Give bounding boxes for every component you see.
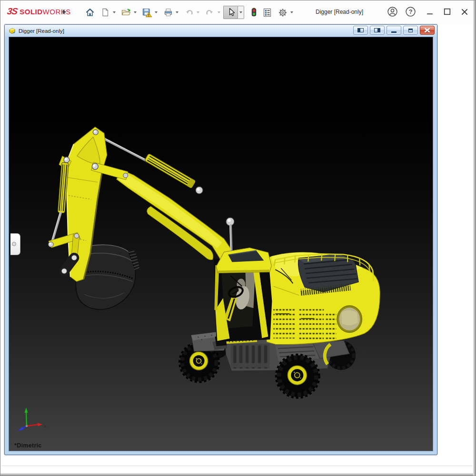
svg-text:?: ? [409, 9, 413, 15]
open-folder-icon [121, 8, 131, 17]
document-window-controls [353, 26, 435, 35]
dipper-cylinder[interactable] [96, 134, 203, 194]
save-button[interactable] [141, 6, 153, 19]
print-dropdown[interactable] [174, 6, 180, 19]
save-dropdown[interactable] [153, 6, 159, 19]
undo-icon [184, 8, 194, 17]
pane-left-icon [357, 28, 364, 32]
window-title: Digger [Read-only] [292, 9, 387, 15]
account-button[interactable] [387, 6, 398, 17]
statusbar-divider [1, 466, 473, 466]
close-icon [460, 8, 469, 16]
logo-3ds-glyph: 3S [6, 6, 18, 17]
triad-y-axis [26, 412, 27, 426]
account-icon [387, 6, 398, 17]
document-window: Digger [Read-only] [4, 24, 437, 455]
home-button[interactable] [84, 6, 96, 19]
document-titlebar[interactable]: Digger [Read-only] [5, 25, 437, 37]
triad-x-axis [27, 425, 38, 426]
open-document-button[interactable] [120, 6, 132, 19]
document-close-icon [425, 28, 430, 33]
rear-oval-window [337, 306, 362, 332]
toggle-right-pane-button[interactable] [370, 26, 385, 35]
select-tool-button[interactable] [223, 6, 238, 19]
window-controls: ? [387, 6, 469, 17]
help-icon: ? [405, 6, 416, 17]
gear-icon [278, 8, 288, 18]
traffic-light-icon [249, 7, 258, 18]
digger-3d-model[interactable] [9, 37, 433, 451]
document-minimize-icon [391, 31, 397, 33]
pane-right-icon [374, 28, 380, 32]
toggle-left-pane-button[interactable] [353, 26, 368, 35]
home-icon [85, 8, 95, 17]
help-button[interactable]: ? [405, 6, 416, 17]
save-icon [142, 8, 152, 18]
document-restore-icon [408, 29, 413, 32]
orientation-triad[interactable]: y x [9, 405, 52, 447]
solidworks-logo[interactable]: 3S SOLIDWORKS [7, 6, 71, 17]
part-document-icon [8, 27, 16, 35]
featuremanager-collapsed-tab[interactable] [10, 233, 20, 255]
document-minimize-button[interactable] [387, 26, 401, 35]
open-document-dropdown[interactable] [132, 6, 138, 19]
view-orientation-label: *Dimetric [14, 442, 42, 449]
redo-button[interactable] [204, 6, 216, 19]
document-close-button[interactable] [420, 26, 435, 35]
select-tool-dropdown[interactable] [238, 6, 244, 19]
redo-dropdown[interactable] [216, 6, 222, 19]
operator-cab[interactable] [214, 248, 272, 342]
select-cursor-icon [226, 7, 236, 18]
main-toolbar: 3S SOLIDWORKS [0, 0, 476, 24]
window-bottom-edge [0, 473, 476, 476]
toolbar-flyout-arrow-icon[interactable] [63, 10, 66, 14]
triad-x-label: x [44, 424, 47, 428]
triad-y-label: y [29, 407, 31, 411]
boom-elbow-pin [226, 218, 234, 226]
minimize-button[interactable] [426, 8, 434, 16]
maximize-icon [443, 8, 451, 16]
print-button[interactable] [162, 6, 174, 19]
document-restore-button[interactable] [403, 26, 418, 35]
new-document-button[interactable] [99, 6, 111, 19]
new-document-dropdown[interactable] [111, 6, 117, 19]
close-button[interactable] [460, 8, 469, 16]
new-document-icon [100, 8, 110, 17]
maximize-button[interactable] [443, 8, 451, 16]
window-right-edge [473, 0, 476, 476]
3d-viewport[interactable]: y x *Dimetric [9, 37, 433, 451]
options-button[interactable] [277, 6, 288, 19]
quick-access-toolbar [84, 6, 295, 19]
undo-dropdown[interactable] [195, 6, 201, 19]
file-properties-icon [262, 8, 272, 18]
redo-icon [205, 8, 215, 17]
selection-traffic-light-button[interactable] [248, 6, 259, 19]
undo-button[interactable] [183, 6, 195, 19]
print-icon [163, 8, 173, 17]
solidworks-application-window: 3S SOLIDWORKS [0, 0, 476, 476]
file-properties-button[interactable] [261, 6, 273, 19]
document-title: Digger [Read-only] [19, 28, 64, 34]
featuremanager-expand-icon [12, 242, 16, 246]
minimize-icon [426, 8, 434, 16]
